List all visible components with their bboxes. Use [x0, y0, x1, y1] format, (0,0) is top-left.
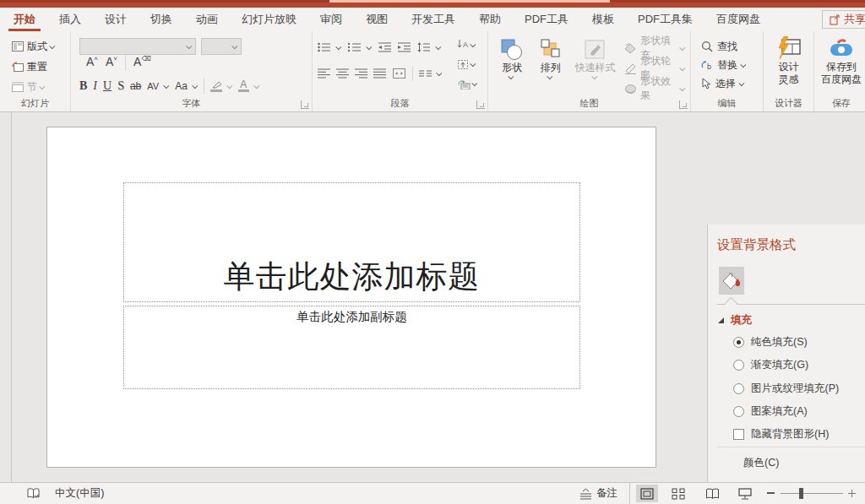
tab-baidu-netdisk[interactable]: 百度网盘 — [705, 8, 772, 31]
tab-developer[interactable]: 开发工具 — [400, 8, 467, 31]
tab-review[interactable]: 审阅 — [308, 8, 354, 31]
font-size-combobox[interactable] — [201, 38, 242, 55]
thumbnail-pane-divider[interactable] — [11, 112, 12, 482]
align-center-icon[interactable] — [336, 68, 349, 79]
radio-icon[interactable] — [733, 360, 744, 371]
numbering-icon[interactable] — [348, 42, 361, 52]
tab-help[interactable]: 帮助 — [467, 8, 513, 31]
fill-section-label: 填充 — [731, 313, 752, 328]
tab-templates[interactable]: 模板 — [580, 8, 626, 31]
align-right-icon[interactable] — [355, 68, 367, 79]
tab-slideshow[interactable]: 幻灯片放映 — [230, 8, 308, 31]
align-left-icon[interactable] — [318, 68, 330, 79]
shrink-font-button[interactable]: A˅ — [106, 55, 117, 68]
section-button[interactable]: 节 — [10, 77, 70, 97]
replace-button[interactable]: b 替换 — [699, 56, 763, 74]
tab-design[interactable]: 设计 — [93, 8, 139, 31]
increase-indent-icon[interactable] — [398, 42, 411, 52]
zoom-in-button[interactable] — [851, 490, 852, 497]
normal-view-button[interactable] — [636, 485, 658, 502]
gradient-fill-label: 渐变填充(G) — [751, 358, 808, 372]
zoom-slider-track[interactable] — [781, 493, 843, 494]
subtitle-placeholder-text[interactable]: 单击此处添加副标题 — [124, 309, 579, 325]
bold-button[interactable]: B — [79, 79, 87, 93]
zoom-out-button[interactable] — [767, 492, 775, 494]
strikethrough-button[interactable]: ab — [130, 80, 141, 92]
underline-button[interactable]: U — [103, 79, 112, 93]
align-text-button[interactable] — [455, 56, 479, 73]
gradient-fill-option[interactable]: 渐变填充(G) — [733, 358, 808, 372]
radio-icon[interactable] — [733, 406, 744, 417]
slideshow-view-button[interactable] — [734, 485, 756, 502]
tab-transitions[interactable]: 切换 — [139, 8, 184, 31]
columns-icon[interactable] — [419, 68, 432, 79]
text-shadow-button[interactable]: S — [117, 79, 124, 93]
reading-view-button[interactable] — [701, 485, 723, 502]
save-to-baidu-netdisk-button[interactable]: 保存到 百度网盘 — [814, 31, 865, 85]
reset-slide-button[interactable]: 重置 — [10, 57, 70, 77]
chevron-down-icon — [591, 73, 597, 79]
arrange-label: 排列 — [541, 62, 561, 73]
hide-background-graphics-label: 隐藏背景图形(H) — [751, 427, 829, 442]
drawing-dialog-launcher[interactable] — [679, 100, 688, 109]
character-spacing-button[interactable]: AV — [147, 81, 159, 91]
line-spacing-icon[interactable] — [417, 42, 430, 52]
text-direction-button[interactable]: A — [455, 36, 479, 53]
designer-group-label: 设计器 — [764, 97, 813, 110]
italic-button[interactable]: I — [93, 79, 97, 93]
distribute-icon[interactable] — [392, 68, 406, 79]
ribbon-group-font: A˄ A˅ A⌫ B I U S ab AV Aa A 字体 — [71, 31, 313, 111]
solid-fill-label: 纯色填充(S) — [751, 335, 808, 350]
convert-to-smartart-button[interactable] — [455, 75, 479, 92]
radio-selected-icon[interactable] — [733, 337, 744, 348]
checkbox-icon[interactable] — [733, 429, 744, 440]
font-name-combobox[interactable] — [79, 38, 196, 55]
tab-animations[interactable]: 动画 — [184, 8, 230, 31]
justify-icon[interactable] — [373, 68, 386, 79]
fill-section-header[interactable]: 填充 — [718, 313, 752, 328]
section-icon — [12, 82, 24, 92]
language-indicator[interactable]: 中文(中国) — [55, 483, 104, 504]
spell-check-indicator[interactable] — [27, 483, 40, 504]
solid-fill-option[interactable]: 纯色填充(S) — [733, 335, 808, 350]
share-button[interactable]: 共享 — [822, 10, 865, 29]
clear-formatting-button[interactable]: A⌫ — [133, 55, 151, 68]
chevron-down-icon — [232, 43, 238, 49]
decrease-indent-icon[interactable] — [378, 42, 391, 52]
titlebar-highlight-segment — [329, 0, 610, 3]
radio-icon[interactable] — [733, 383, 744, 394]
font-dialog-launcher[interactable] — [301, 100, 309, 109]
slide-sorter-view-button[interactable] — [667, 485, 689, 502]
language-label: 中文(中国) — [55, 486, 104, 501]
grow-font-button[interactable]: A˄ — [86, 55, 98, 68]
subtitle-placeholder[interactable]: 单击此处添加副标题 — [123, 306, 580, 389]
layout-button[interactable]: 版式 — [10, 36, 70, 57]
bullets-icon[interactable] — [318, 42, 330, 52]
title-placeholder-text[interactable]: 单击此处添加标题 — [124, 256, 579, 298]
tab-home[interactable]: 开始 — [2, 8, 47, 31]
save-to-label-line2: 百度网盘 — [821, 74, 862, 85]
tab-view[interactable]: 视图 — [354, 8, 400, 31]
find-button[interactable]: 查找 — [699, 37, 763, 56]
notes-button[interactable]: 备注 — [579, 483, 617, 504]
slide-canvas[interactable]: 单击此处添加标题 单击此处添加副标题 — [46, 127, 656, 468]
design-ideas-label-line1: 设计 — [779, 62, 799, 73]
shape-effects-button[interactable]: 形状效果 — [623, 79, 687, 98]
paragraph-dialog-launcher[interactable] — [476, 100, 485, 109]
hide-background-graphics-option[interactable]: 隐藏背景图形(H) — [733, 427, 829, 442]
title-placeholder[interactable]: 单击此处添加标题 — [123, 182, 580, 302]
select-button[interactable]: 选择 — [699, 74, 763, 93]
change-case-button[interactable]: Aa — [175, 80, 188, 92]
font-color-button[interactable]: A — [238, 80, 249, 92]
tab-insert[interactable]: 插入 — [47, 8, 93, 31]
fill-tab-button[interactable] — [719, 267, 744, 295]
text-highlight-button[interactable] — [210, 81, 222, 92]
tab-pdf-toolset[interactable]: PDF工具集 — [626, 8, 705, 31]
pattern-fill-option[interactable]: 图案填充(A) — [733, 404, 808, 419]
tab-pdf-tools[interactable]: PDF工具 — [513, 8, 580, 31]
picture-texture-fill-option[interactable]: 图片或纹理填充(P) — [733, 382, 839, 396]
editing-group-label: 编辑 — [691, 97, 763, 110]
design-ideas-button[interactable]: 设计 灵感 — [764, 31, 813, 85]
titlebar-segment — [610, 0, 865, 3]
zoom-slider-thumb[interactable] — [799, 488, 803, 499]
